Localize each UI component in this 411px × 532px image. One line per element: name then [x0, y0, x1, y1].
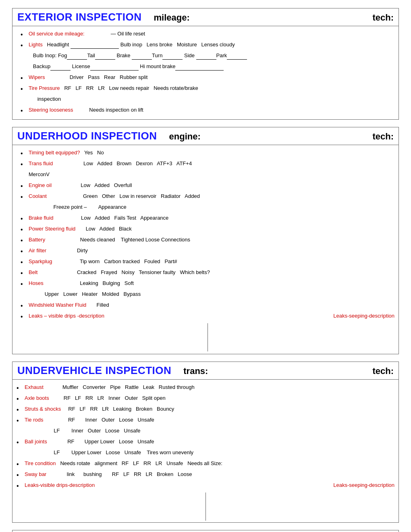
item-content: Steering looseness Needs inspection on l…	[29, 106, 394, 114]
item-content: Air filter Dirty	[29, 247, 394, 255]
item-content: Upper Lower Heater Molded Bypass	[29, 290, 394, 298]
bullet-spacer	[17, 449, 24, 458]
exterior-section: EXTERIOR INSPECTION mileage: tech: • Oil…	[12, 8, 399, 120]
item-content: Windshield Washer Fluid Filled	[29, 301, 394, 309]
item-red-label: Sparkplug	[29, 258, 52, 264]
list-item: • Tire Pressure RF LF RR LR Low needs re…	[21, 84, 394, 94]
item-red-label: Air filter	[29, 247, 46, 254]
list-item: • Leaks – visible drips -description Lea…	[21, 312, 394, 322]
bullet-icon: •	[21, 160, 28, 169]
bullet-icon: •	[21, 301, 28, 311]
divider-area	[21, 323, 394, 351]
item-red-label: Sway bar	[25, 471, 46, 477]
item-red-label: Tire condition	[25, 460, 56, 466]
item-red-label: Tire Pressure	[29, 85, 60, 91]
item-content: Oil service due mileage: — Oil life rese…	[29, 30, 394, 38]
list-item: LF Upper Lower Loose Unsafe Tires worn u…	[17, 449, 394, 458]
list-item: Bulb Inop: FogTail Brake Turn Side Park	[21, 52, 394, 61]
item-red-label: Coolant	[29, 193, 47, 199]
item-red-label: Struts & shocks	[25, 406, 61, 412]
bullet-spacer	[21, 62, 28, 72]
item-content: inspection	[29, 95, 394, 103]
underline-field	[175, 65, 224, 71]
bullet-icon: •	[21, 73, 28, 83]
item-content: Brake fluid Low Added Fails Test Appeara…	[29, 214, 394, 222]
bullet-icon: •	[21, 236, 28, 245]
list-item: • Axle boots RF LF RR LR Inner Outer Spl…	[17, 394, 394, 404]
underline-field	[162, 54, 183, 60]
bullet-icon: •	[21, 247, 28, 256]
bullet-icon: •	[17, 416, 24, 426]
item-content: Leaks-visible drips-description Leaks-se…	[25, 481, 394, 489]
bullet-icon: •	[21, 84, 28, 94]
item-content: LF Upper Lower Loose Unsafe Tires worn u…	[25, 449, 394, 457]
underline-field	[67, 54, 87, 60]
list-item: • Lights Headlight Bulb inop Lens broke …	[21, 41, 394, 50]
list-item: • Hoses Leaking Bulging Soft	[21, 279, 394, 289]
rotate-brake-header: ROTATE/BRAKE INSPECTION ABS: Y or N tech…	[12, 530, 399, 532]
list-item: • Battery Needs cleaned Tightened Loose …	[21, 236, 394, 245]
list-item: • Ball joints RF Upper Lower Loose Unsaf…	[17, 438, 394, 447]
item-red-label: Windshield Washer Fluid	[29, 302, 86, 308]
list-item: • Tie rods RF Inner Outer Loose Unsafe	[17, 416, 394, 426]
bullet-icon: •	[21, 225, 28, 235]
bullet-icon: •	[21, 41, 28, 50]
bullet-icon: •	[21, 149, 28, 158]
bullet-icon: •	[21, 30, 28, 39]
bullet-icon: •	[17, 405, 24, 415]
underline-field	[90, 65, 139, 71]
bullet-icon: •	[21, 214, 28, 224]
divider-right	[208, 323, 395, 351]
underline-field	[71, 43, 119, 49]
undervehicle-header: UNDERVEHICLE INSPECTION trans: tech:	[12, 362, 399, 380]
bullet-spacer	[21, 95, 28, 105]
underhood-tech: tech:	[372, 131, 394, 142]
item-content: Wipers Driver Pass Rear Rubber split	[29, 73, 394, 81]
underhood-section: UNDERHOOD INSPECTION engine: tech: • Tim…	[12, 127, 399, 354]
item-red-label: Brake fluid	[29, 215, 53, 221]
list-item: MerconV	[21, 170, 394, 180]
undervehicle-tech: tech:	[372, 366, 394, 376]
list-item: • Windshield Washer Fluid Filled	[21, 301, 394, 311]
item-red-label: Battery	[29, 237, 45, 243]
item-content: LF Inner Outer Loose Unsafe	[25, 427, 394, 435]
underhood-body: • Timing belt equipped? Yes No • Trans f…	[12, 145, 399, 354]
undervehicle-section: UNDERVEHICLE INSPECTION trans: tech: • E…	[12, 362, 399, 523]
list-item: • Power Steering fluid Low Added Black	[21, 225, 394, 235]
item-content: Tire Pressure RF LF RR LR Low needs repa…	[29, 84, 394, 92]
item-content: Exhaust Muffler Converter Pipe Rattle Le…	[25, 383, 394, 391]
leaks-left: Leaks – visible drips -description	[29, 312, 104, 320]
exterior-title: EXTERIOR INSPECTION	[17, 11, 142, 23]
divider-right-uv	[206, 493, 395, 521]
undervehicle-title: UNDERVEHICLE INSPECTION	[17, 364, 171, 377]
divider-left	[21, 323, 208, 351]
list-item: • Engine oil Low Added Overfull	[21, 181, 394, 191]
leaks-uv-right: Leaks-seeping-description	[333, 481, 394, 489]
bullet-icon: •	[21, 279, 28, 289]
list-item: LF Inner Outer Loose Unsafe	[17, 427, 394, 436]
item-red-label: Axle boots	[25, 395, 49, 401]
underhood-title: UNDERHOOD INSPECTION	[17, 130, 157, 142]
item-red-label: Timing belt equipped?	[29, 150, 80, 156]
item-content: Tie rods RF Inner Outer Loose Unsafe	[25, 416, 394, 424]
undervehicle-trans: trans:	[183, 366, 208, 376]
divider-left-uv	[17, 493, 206, 521]
item-content: Engine oil Low Added Overfull	[29, 181, 394, 189]
exterior-tech: tech:	[372, 12, 394, 23]
item-content: Timing belt equipped? Yes No	[29, 149, 394, 157]
list-item: • Wipers Driver Pass Rear Rubber split	[21, 73, 394, 83]
bullet-icon: •	[17, 459, 24, 469]
item-content: Struts & shocks RF LF RR LR Leaking Brok…	[25, 405, 394, 413]
list-item: • Tire condition Needs rotate alignment …	[17, 459, 394, 469]
leaks-uv-label: Leaks-visible drips-description	[25, 482, 95, 488]
item-content: Bulb Inop: FogTail Brake Turn Side Park	[29, 52, 394, 60]
item-red-label: Steering looseness	[29, 107, 73, 113]
item-content: Coolant Green Other Low in reservoir Rad…	[29, 192, 394, 200]
item-content: Axle boots RF LF RR LR Inner Outer Split…	[25, 394, 394, 402]
exterior-body: • Oil service due mileage: — Oil life re…	[12, 26, 399, 119]
undervehicle-body: • Exhaust Muffler Converter Pipe Rattle …	[12, 380, 399, 522]
leaks-uv-left: Leaks-visible drips-description	[25, 481, 95, 489]
item-content: Freeze point – Appearance	[29, 203, 394, 211]
item-red-label: Hoses	[29, 280, 44, 286]
list-item: • Steering looseness Needs inspection on…	[21, 106, 394, 116]
